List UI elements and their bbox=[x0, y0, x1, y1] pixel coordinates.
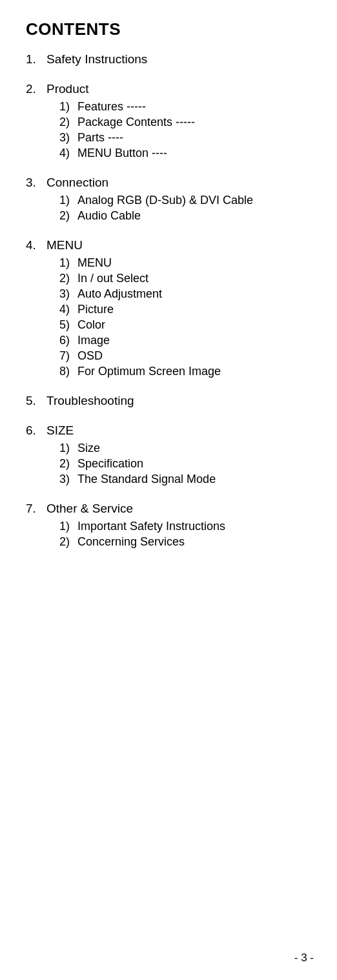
list-item: 3)Parts ---- bbox=[59, 131, 311, 145]
list-item-label: Audio Cable bbox=[77, 209, 141, 223]
list-item-label: Color bbox=[77, 318, 105, 332]
list-item-label: For Optimum Screen Image bbox=[77, 365, 221, 378]
list-item-number: 4) bbox=[59, 303, 77, 316]
list-item-number: 1) bbox=[59, 520, 77, 533]
section-5: 5.Troubleshooting bbox=[26, 394, 311, 408]
list-item-number: 1) bbox=[59, 256, 77, 270]
list-item-label: Parts ---- bbox=[77, 131, 123, 145]
section-label-3: Connection bbox=[46, 176, 108, 190]
section-number-4: 4. bbox=[26, 238, 46, 252]
section-header-4: 4.MENU bbox=[26, 238, 311, 252]
section-label-6: SIZE bbox=[46, 424, 74, 438]
list-item-number: 1) bbox=[59, 100, 77, 114]
sub-items-7: 1)Important Safety Instructions2)Concern… bbox=[59, 520, 311, 549]
list-item-number: 6) bbox=[59, 334, 77, 347]
page-footer: - 3 - bbox=[294, 952, 314, 965]
page-title: CONTENTS bbox=[26, 19, 311, 39]
list-item-number: 8) bbox=[59, 365, 77, 378]
list-item-label: Picture bbox=[77, 303, 114, 316]
list-item-label: Auto Adjustment bbox=[77, 287, 162, 301]
section-label-2: Product bbox=[46, 82, 88, 96]
list-item-number: 3) bbox=[59, 473, 77, 486]
list-item-label: In / out Select bbox=[77, 272, 148, 285]
list-item-label: Analog RGB (D-Sub) & DVI Cable bbox=[77, 194, 253, 207]
list-item: 3)The Standard Signal Mode bbox=[59, 473, 311, 486]
sub-items-4: 1)MENU2)In / out Select3)Auto Adjustment… bbox=[59, 256, 311, 378]
page-container: CONTENTS 1.Safety Instructions2.Product1… bbox=[0, 0, 337, 603]
section-2: 2.Product1)Features -----2)Package Conte… bbox=[26, 82, 311, 160]
section-label-7: Other & Service bbox=[46, 502, 133, 516]
list-item-number: 2) bbox=[59, 535, 77, 549]
list-item-label: Concerning Services bbox=[77, 535, 185, 549]
list-item: 1)Size bbox=[59, 442, 311, 455]
list-item: 2)Package Contents ----- bbox=[59, 116, 311, 129]
list-item-label: Image bbox=[77, 334, 110, 347]
section-label-4: MENU bbox=[46, 238, 83, 252]
list-item-number: 3) bbox=[59, 131, 77, 145]
section-header-6: 6.SIZE bbox=[26, 424, 311, 438]
list-item: 8)For Optimum Screen Image bbox=[59, 365, 311, 378]
section-number-6: 6. bbox=[26, 424, 46, 438]
section-number-3: 3. bbox=[26, 176, 46, 190]
list-item-number: 2) bbox=[59, 272, 77, 285]
list-item-number: 1) bbox=[59, 442, 77, 455]
list-item-number: 3) bbox=[59, 287, 77, 301]
list-item-number: 2) bbox=[59, 457, 77, 471]
sub-items-6: 1)Size2)Specification3)The Standard Sign… bbox=[59, 442, 311, 486]
list-item: 1)MENU bbox=[59, 256, 311, 270]
list-item-number: 7) bbox=[59, 349, 77, 363]
list-item: 2)Specification bbox=[59, 457, 311, 471]
section-header-3: 3.Connection bbox=[26, 176, 311, 190]
list-item-number: 2) bbox=[59, 116, 77, 129]
list-item: 1)Features ----- bbox=[59, 100, 311, 114]
list-item: 2)Audio Cable bbox=[59, 209, 311, 223]
list-item-number: 4) bbox=[59, 147, 77, 160]
section-4: 4.MENU1)MENU2)In / out Select3)Auto Adju… bbox=[26, 238, 311, 378]
list-item-label: The Standard Signal Mode bbox=[77, 473, 216, 486]
section-label-1: Safety Instructions bbox=[46, 52, 147, 66]
sub-items-2: 1)Features -----2)Package Contents -----… bbox=[59, 100, 311, 160]
section-header-5: 5.Troubleshooting bbox=[26, 394, 311, 408]
section-7: 7.Other & Service1)Important Safety Inst… bbox=[26, 502, 311, 549]
list-item-label: MENU Button ---- bbox=[77, 147, 167, 160]
list-item: 1)Important Safety Instructions bbox=[59, 520, 311, 533]
list-item: 4)Picture bbox=[59, 303, 311, 316]
section-number-5: 5. bbox=[26, 394, 46, 408]
list-item-number: 2) bbox=[59, 209, 77, 223]
list-item: 6)Image bbox=[59, 334, 311, 347]
list-item-label: Size bbox=[77, 442, 100, 455]
list-item-number: 5) bbox=[59, 318, 77, 332]
list-item: 3)Auto Adjustment bbox=[59, 287, 311, 301]
section-number-1: 1. bbox=[26, 52, 46, 66]
section-number-2: 2. bbox=[26, 82, 46, 96]
list-item: 2)In / out Select bbox=[59, 272, 311, 285]
sub-items-3: 1)Analog RGB (D-Sub) & DVI Cable2)Audio … bbox=[59, 194, 311, 223]
section-3: 3.Connection1)Analog RGB (D-Sub) & DVI C… bbox=[26, 176, 311, 223]
section-label-5: Troubleshooting bbox=[46, 394, 134, 408]
list-item: 4)MENU Button ---- bbox=[59, 147, 311, 160]
list-item-label: Important Safety Instructions bbox=[77, 520, 225, 533]
list-item: 1)Analog RGB (D-Sub) & DVI Cable bbox=[59, 194, 311, 207]
sections-container: 1.Safety Instructions2.Product1)Features… bbox=[26, 52, 311, 549]
section-number-7: 7. bbox=[26, 502, 46, 516]
section-header-7: 7.Other & Service bbox=[26, 502, 311, 516]
list-item: 2)Concerning Services bbox=[59, 535, 311, 549]
list-item-label: MENU bbox=[77, 256, 112, 270]
list-item-label: Features ----- bbox=[77, 100, 146, 114]
section-header-2: 2.Product bbox=[26, 82, 311, 96]
section-1: 1.Safety Instructions bbox=[26, 52, 311, 66]
list-item-label: Package Contents ----- bbox=[77, 116, 195, 129]
list-item: 7)OSD bbox=[59, 349, 311, 363]
list-item-label: Specification bbox=[77, 457, 143, 471]
list-item: 5)Color bbox=[59, 318, 311, 332]
section-6: 6.SIZE1)Size2)Specification3)The Standar… bbox=[26, 424, 311, 486]
section-header-1: 1.Safety Instructions bbox=[26, 52, 311, 66]
list-item-number: 1) bbox=[59, 194, 77, 207]
list-item-label: OSD bbox=[77, 349, 103, 363]
